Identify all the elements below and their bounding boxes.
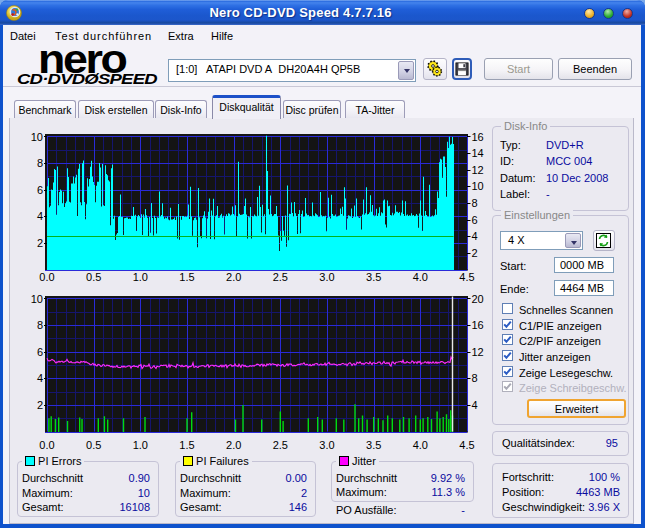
svg-text:3.0: 3.0 (319, 439, 334, 451)
svg-text:12: 12 (472, 164, 484, 176)
svg-text:4.5: 4.5 (459, 439, 474, 451)
svg-text:10: 10 (31, 131, 43, 143)
svg-text:4: 4 (472, 399, 478, 411)
svg-text:20: 20 (472, 293, 484, 305)
svg-text:10: 10 (472, 180, 484, 192)
svg-text:2: 2 (37, 237, 43, 249)
svg-text:8: 8 (37, 157, 43, 169)
svg-text:2.0: 2.0 (226, 271, 241, 283)
svg-text:8: 8 (37, 319, 43, 331)
svg-text:2: 2 (37, 399, 43, 411)
svg-text:14: 14 (472, 147, 484, 159)
svg-text:2.5: 2.5 (273, 439, 288, 451)
svg-text:0.5: 0.5 (86, 271, 101, 283)
svg-text:1.5: 1.5 (179, 271, 194, 283)
svg-text:4.0: 4.0 (413, 439, 428, 451)
svg-text:3.0: 3.0 (319, 271, 334, 283)
svg-text:4: 4 (37, 210, 43, 222)
svg-text:4: 4 (37, 372, 43, 384)
svg-text:2: 2 (472, 247, 478, 259)
svg-text:10: 10 (31, 293, 43, 305)
svg-text:8: 8 (472, 197, 478, 209)
svg-text:2.5: 2.5 (273, 271, 288, 283)
svg-text:2.0: 2.0 (226, 439, 241, 451)
svg-text:3.5: 3.5 (366, 271, 381, 283)
svg-text:4.0: 4.0 (413, 271, 428, 283)
svg-text:0.5: 0.5 (86, 439, 101, 451)
svg-text:16: 16 (472, 131, 484, 143)
svg-text:16: 16 (472, 319, 484, 331)
svg-text:8: 8 (472, 372, 478, 384)
svg-text:1.0: 1.0 (133, 439, 148, 451)
svg-text:1.5: 1.5 (179, 439, 194, 451)
svg-text:0.0: 0.0 (39, 439, 54, 451)
svg-text:4: 4 (472, 230, 478, 242)
svg-text:6: 6 (37, 346, 43, 358)
svg-text:0.0: 0.0 (39, 271, 54, 283)
svg-text:3.5: 3.5 (366, 439, 381, 451)
svg-text:1.0: 1.0 (133, 271, 148, 283)
svg-text:4.5: 4.5 (459, 271, 474, 283)
svg-text:6: 6 (472, 214, 478, 226)
svg-text:6: 6 (37, 184, 43, 196)
svg-text:12: 12 (472, 346, 484, 358)
